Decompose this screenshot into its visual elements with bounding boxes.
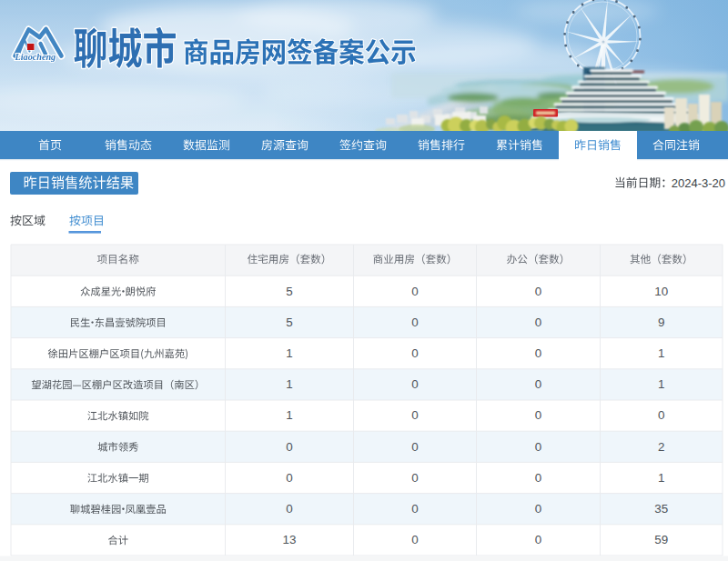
svg-text:0: 0	[535, 408, 541, 422]
svg-text:2024-3-20: 2024-3-20	[672, 176, 725, 190]
svg-text:1: 1	[658, 471, 664, 485]
svg-text:1: 1	[286, 408, 292, 422]
svg-text:13: 13	[283, 533, 297, 546]
svg-text:0: 0	[411, 285, 418, 298]
svg-text:5: 5	[286, 285, 292, 298]
svg-text:0: 0	[411, 502, 418, 516]
svg-text:1: 1	[658, 346, 664, 360]
svg-text:0: 0	[411, 471, 418, 485]
svg-text:0: 0	[535, 471, 541, 485]
svg-text:0: 0	[535, 502, 541, 516]
svg-text:9: 9	[658, 316, 664, 329]
svg-text:10: 10	[654, 285, 668, 298]
svg-text:59: 59	[654, 533, 668, 546]
svg-text:0: 0	[286, 440, 292, 454]
svg-text:0: 0	[286, 502, 292, 516]
svg-text:Liaocheng: Liaocheng	[15, 52, 56, 62]
svg-text:0: 0	[535, 285, 541, 298]
svg-text:0: 0	[535, 346, 541, 360]
svg-text:1: 1	[286, 377, 292, 391]
svg-text:1: 1	[658, 377, 664, 391]
svg-text:5: 5	[286, 316, 292, 329]
svg-text:0: 0	[658, 408, 664, 422]
svg-text:2: 2	[658, 440, 664, 454]
svg-text:0: 0	[411, 533, 418, 546]
svg-text:0: 0	[535, 377, 541, 391]
svg-text:0: 0	[535, 533, 541, 546]
svg-text:0: 0	[411, 377, 418, 391]
svg-text:0: 0	[535, 316, 541, 329]
svg-text:0: 0	[411, 408, 418, 422]
svg-text:0: 0	[411, 316, 418, 329]
svg-text:0: 0	[411, 346, 418, 360]
svg-text:0: 0	[411, 440, 418, 454]
svg-text:1: 1	[286, 346, 292, 360]
svg-text:35: 35	[654, 502, 668, 516]
svg-text:0: 0	[535, 440, 541, 454]
svg-text:0: 0	[286, 471, 292, 485]
